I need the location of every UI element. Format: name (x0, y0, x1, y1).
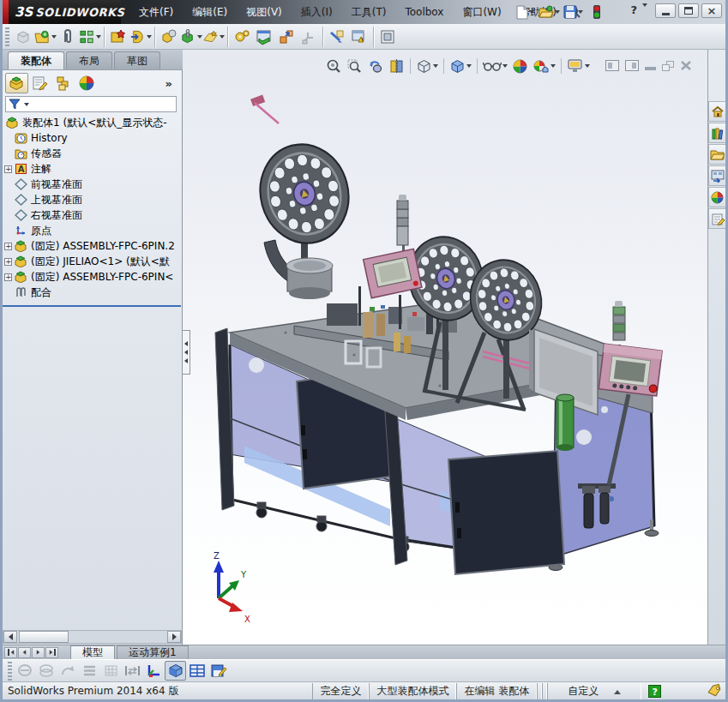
explode-line-sketch-icon[interactable] (298, 26, 320, 48)
expand-box[interactable]: + (4, 273, 12, 281)
appearances-tab[interactable] (75, 73, 98, 93)
mate-icon[interactable] (57, 26, 79, 48)
panel-splitter-line[interactable] (3, 305, 181, 307)
file-explorer-button[interactable] (708, 144, 725, 165)
menu-edit[interactable]: 编辑(E) (183, 0, 237, 24)
help-button[interactable]: ? (630, 3, 637, 18)
tab-sketch[interactable]: 草图 (114, 51, 160, 69)
assembly-model[interactable]: Z Y X (183, 50, 707, 645)
scroll-thumb[interactable] (19, 631, 69, 643)
panel-horizontal-scrollbar[interactable] (3, 630, 182, 644)
pane-overflow-chevron[interactable]: » (165, 77, 172, 90)
table-view-icon[interactable] (186, 661, 208, 681)
view-palette-button[interactable] (708, 165, 725, 186)
tree-item-mates[interactable]: 配合 (3, 285, 181, 300)
move-component-icon[interactable] (129, 26, 152, 48)
reference-geometry-icon[interactable] (202, 26, 225, 48)
design-library-button[interactable] (708, 123, 725, 143)
menu-tools[interactable]: 工具(T) (342, 0, 396, 24)
grid-disabled-icon[interactable] (100, 661, 122, 681)
tab-layout[interactable]: 布局 (66, 51, 112, 69)
scroll-right-button[interactable] (167, 631, 181, 643)
reference-geometry-dropdown[interactable] (220, 35, 225, 39)
move-dropdown[interactable] (147, 35, 152, 39)
swap-views-icon[interactable] (122, 661, 143, 681)
menu-toolbox[interactable]: Toolbox (395, 0, 453, 24)
solidworks-rx-button[interactable] (586, 3, 608, 21)
tree-filter-field[interactable] (5, 96, 177, 112)
tree-item-sensors[interactable]: 传感器 (3, 146, 181, 161)
first-tab-button[interactable] (4, 647, 17, 658)
prev-tab-button[interactable] (18, 647, 31, 658)
tree-root-assembly[interactable]: 装配体1 (默认<默认_显示状态- (3, 115, 181, 130)
open-document-button[interactable] (538, 3, 560, 21)
custom-status[interactable]: 自定义 (547, 683, 641, 699)
assembly-xpert-icon[interactable]: ! (348, 26, 370, 48)
tree-item-top-plane[interactable]: 上视基准面 (3, 192, 181, 207)
open-part-icon[interactable] (34, 26, 57, 48)
save-button[interactable] (562, 3, 584, 21)
show-hidden-components-icon[interactable] (158, 26, 180, 48)
new-document-button[interactable] (514, 3, 536, 21)
interference-detection-icon[interactable] (326, 26, 348, 48)
bottom-toolbar-grip[interactable] (8, 662, 12, 681)
export-simulation-icon[interactable] (208, 661, 229, 681)
insert-component-icon[interactable] (12, 26, 34, 48)
tab-assembly[interactable]: 装配体 (8, 51, 64, 69)
custom-properties-button[interactable] (708, 208, 725, 229)
tree-item-component-3[interactable]: + (固定) ASSEMBLY-FPC-6PIN< (3, 269, 181, 285)
assembly-features-icon[interactable] (180, 26, 202, 48)
menu-file[interactable]: 文件(F) (129, 0, 183, 24)
expand-box[interactable]: + (4, 243, 12, 250)
configuration-manager-tab[interactable] (51, 73, 75, 93)
graphics-viewport[interactable]: Z Y X (183, 50, 707, 645)
maximize-button[interactable] (678, 3, 699, 18)
layers-disabled-icon[interactable] (36, 661, 57, 681)
linear-component-pattern-icon[interactable] (79, 26, 101, 48)
solidworks-resources-button[interactable] (708, 101, 725, 122)
next-tab-button[interactable] (32, 647, 45, 658)
tab-motion-study[interactable]: 运动算例1 (117, 645, 189, 659)
open-door-right[interactable] (448, 451, 564, 574)
panel-splitter-handle[interactable] (183, 330, 190, 375)
tag-icon[interactable] (706, 684, 723, 698)
bill-of-materials-icon[interactable] (253, 26, 275, 48)
help-dropdown-arrow[interactable] (642, 3, 647, 7)
scroll-left-button[interactable] (3, 631, 17, 643)
tree-item-annotations[interactable]: + A 注解 (3, 161, 181, 177)
expand-box[interactable]: + (4, 258, 12, 266)
tab-model[interactable]: 模型 (70, 645, 115, 659)
featuremanager-tree-tab[interactable] (5, 73, 28, 93)
expand-box[interactable]: + (4, 165, 12, 173)
close-button[interactable]: × (701, 3, 722, 18)
save-dropdown-arrow[interactable] (578, 10, 583, 14)
isometric-view-icon[interactable] (165, 661, 186, 681)
last-tab-button[interactable] (45, 647, 58, 658)
instant-3d-icon[interactable] (376, 26, 399, 48)
outline-disabled-icon[interactable] (79, 661, 100, 681)
toolbar-grip[interactable] (5, 27, 9, 46)
new-motion-study-icon[interactable] (231, 26, 253, 48)
smart-fasteners-icon[interactable] (107, 26, 129, 48)
tree-item-front-plane[interactable]: 前视基准面 (3, 177, 181, 192)
tree-item-right-plane[interactable]: 右视基准面 (3, 207, 181, 223)
menu-insert[interactable]: 插入(I) (292, 0, 342, 24)
tree-item-origin[interactable]: 原点 (3, 223, 181, 238)
new-dropdown-arrow[interactable] (529, 10, 534, 14)
menu-view[interactable]: 视图(V) (237, 0, 292, 24)
green-cylinder[interactable] (557, 394, 574, 451)
results-disabled-icon[interactable] (57, 661, 79, 681)
property-manager-tab[interactable] (28, 73, 51, 93)
open-dropdown-arrow[interactable] (555, 10, 560, 14)
appearances-scenes-button[interactable] (708, 187, 725, 207)
tree-item-component-1[interactable]: + (固定) ASSEMBLY-FPC-6PIN.2 (3, 238, 181, 254)
tree-item-history[interactable]: History (3, 130, 181, 146)
filter-disabled-icon[interactable] (15, 661, 36, 681)
axes-display-icon[interactable] (143, 661, 165, 681)
minimize-button[interactable] (655, 3, 676, 18)
quick-tip-button[interactable]: ? (648, 685, 661, 698)
filter-dropdown-arrow[interactable] (24, 103, 29, 106)
exploded-view-icon[interactable] (275, 26, 298, 48)
vibration-bowl-feeder[interactable] (286, 258, 333, 299)
tree-item-component-2[interactable]: + (固定) JIELIAO<1> (默认<默 (3, 254, 181, 269)
